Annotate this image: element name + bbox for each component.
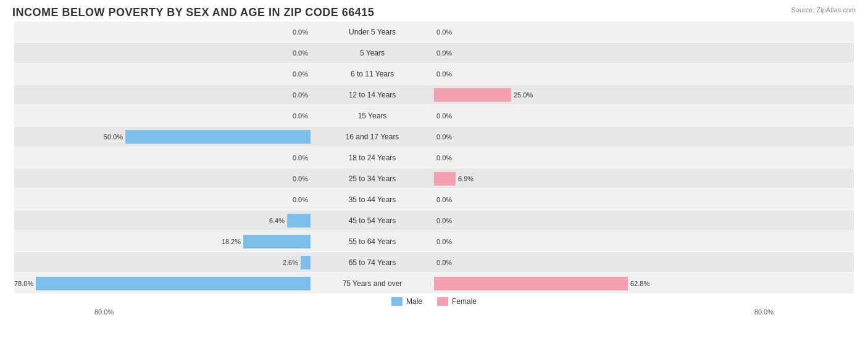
chart-row: 0.0%15 Years0.0%	[14, 105, 854, 126]
chart-row: 0.0%12 to 14 Years25.0%	[14, 84, 854, 105]
female-bar	[434, 88, 511, 102]
male-bar-container: 0.0%	[14, 22, 311, 42]
legend-male-label: Male	[406, 297, 422, 306]
row-label-text: Under 5 Years	[349, 28, 396, 36]
female-value: 0.0%	[436, 133, 452, 141]
female-value: 0.0%	[436, 49, 452, 57]
male-value: 0.0%	[293, 49, 308, 57]
female-bar-container: 0.0%	[434, 63, 681, 84]
male-bar-container: 78.0%	[14, 273, 311, 293]
female-bar-container: 0.0%	[434, 231, 681, 252]
female-bar-container: 0.0%	[434, 147, 681, 168]
bottom-axis: 80.0% 80.0%	[94, 308, 774, 316]
female-bar-container: 0.0%	[434, 189, 681, 210]
female-value: 0.0%	[436, 217, 452, 224]
male-bar-container: 50.0%	[14, 126, 311, 147]
male-value: 0.0%	[293, 91, 308, 99]
row-label: 15 Years	[311, 105, 434, 126]
female-value: 62.8%	[630, 280, 649, 287]
male-value: 18.2%	[222, 238, 241, 245]
row-label-text: 12 to 14 Years	[349, 91, 396, 99]
female-value: 0.0%	[436, 238, 452, 245]
legend-male-box	[391, 297, 403, 306]
male-bar	[36, 277, 311, 290]
row-label-text: 18 to 24 Years	[349, 154, 396, 162]
male-value: 50.0%	[104, 133, 123, 141]
legend: Male Female	[12, 297, 856, 306]
chart-row: 2.6%65 to 74 Years0.0%	[14, 252, 854, 272]
male-value: 2.6%	[283, 259, 298, 266]
chart-row: 0.0%Under 5 Years0.0%	[14, 22, 854, 42]
row-label: 18 to 24 Years	[311, 147, 434, 168]
row-label: 25 to 34 Years	[311, 168, 434, 189]
legend-female: Female	[437, 297, 477, 306]
male-value: 6.4%	[269, 217, 285, 224]
chart-title: INCOME BELOW POVERTY BY SEX AND AGE IN Z…	[12, 6, 374, 19]
male-bar	[287, 214, 311, 227]
row-label: 6 to 11 Years	[311, 63, 434, 84]
row-label: 12 to 14 Years	[311, 84, 434, 105]
row-label-text: 16 and 17 Years	[346, 133, 399, 141]
butterfly-chart: 0.0%Under 5 Years0.0%0.0%5 Years0.0%0.0%…	[14, 22, 854, 293]
row-label: 16 and 17 Years	[311, 126, 434, 147]
male-bar	[243, 235, 311, 248]
male-bar-container: 0.0%	[14, 84, 311, 105]
female-bar-container: 0.0%	[434, 105, 681, 126]
chart-row: 0.0%25 to 34 Years6.9%	[14, 168, 854, 189]
male-value: 78.0%	[14, 280, 33, 287]
row-label-text: 55 to 64 Years	[349, 237, 396, 246]
legend-female-label: Female	[452, 297, 477, 306]
source-text: Source: ZipAtlas.com	[791, 6, 856, 14]
female-value: 0.0%	[436, 154, 452, 162]
chart-row: 0.0%5 Years0.0%	[14, 43, 854, 63]
male-bar-container: 0.0%	[14, 63, 311, 84]
male-bar-container: 0.0%	[14, 43, 311, 63]
male-bar-container: 0.0%	[14, 168, 311, 189]
row-label-text: 45 to 54 Years	[349, 216, 396, 225]
female-bar	[434, 277, 628, 290]
male-value: 0.0%	[293, 175, 308, 182]
female-bar-container: 0.0%	[434, 43, 681, 63]
female-bar	[434, 172, 456, 186]
female-value: 0.0%	[436, 259, 452, 266]
male-bar-container: 0.0%	[14, 147, 311, 168]
row-label-text: 75 Years and over	[343, 279, 403, 288]
axis-right: 80.0%	[754, 308, 774, 316]
female-value: 6.9%	[458, 175, 474, 182]
male-value: 0.0%	[293, 70, 308, 78]
female-bar-container: 6.9%	[434, 168, 681, 189]
chart-row: 0.0%35 to 44 Years0.0%	[14, 189, 854, 210]
male-bar-container: 18.2%	[14, 231, 311, 252]
male-value: 0.0%	[293, 154, 308, 162]
female-bar-container: 0.0%	[434, 22, 681, 42]
female-value: 0.0%	[436, 70, 452, 78]
chart-row: 6.4%45 to 54 Years0.0%	[14, 210, 854, 231]
row-label-text: 65 to 74 Years	[349, 258, 396, 267]
male-value: 0.0%	[293, 28, 308, 36]
female-bar-container: 0.0%	[434, 252, 681, 272]
legend-male: Male	[391, 297, 422, 306]
male-bar-container: 2.6%	[14, 252, 311, 272]
row-label-text: 35 to 44 Years	[349, 195, 396, 204]
male-value: 0.0%	[293, 112, 308, 120]
row-label-text: 5 Years	[360, 49, 385, 57]
female-bar-container: 0.0%	[434, 210, 681, 231]
female-value: 0.0%	[436, 28, 452, 36]
row-label: 75 Years and over	[311, 273, 434, 293]
row-label: 35 to 44 Years	[311, 189, 434, 210]
row-label: 45 to 54 Years	[311, 210, 434, 231]
male-bar	[301, 256, 311, 269]
male-bar	[125, 130, 311, 144]
row-label: 5 Years	[311, 43, 434, 63]
chart-row: 78.0%75 Years and over62.8%	[14, 273, 854, 293]
male-bar-container: 0.0%	[14, 105, 311, 126]
row-label: Under 5 Years	[311, 22, 434, 42]
female-value: 25.0%	[514, 91, 533, 99]
chart-row: 0.0%6 to 11 Years0.0%	[14, 63, 854, 84]
male-value: 0.0%	[293, 196, 308, 203]
axis-left: 80.0%	[94, 308, 114, 316]
row-label: 55 to 64 Years	[311, 231, 434, 252]
chart-row: 18.2%55 to 64 Years0.0%	[14, 231, 854, 252]
female-bar-container: 25.0%	[434, 84, 681, 105]
row-label-text: 6 to 11 Years	[351, 70, 394, 78]
